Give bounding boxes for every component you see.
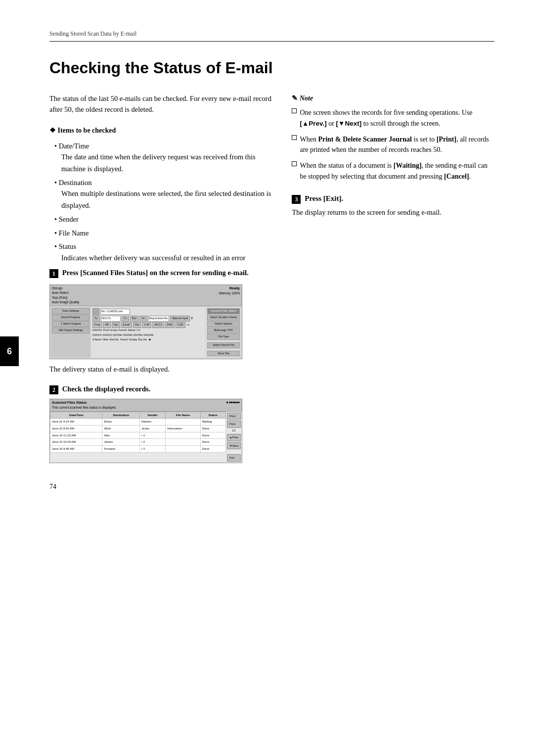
prev-button[interactable]: ▲Prev — [227, 434, 241, 441]
list-item: Destination When multiple destinations w… — [54, 178, 272, 211]
status-screen: Scanned Files Status This current scanne… — [49, 399, 242, 463]
table-row: June 22 8:52 AM Work Jones Information D… — [50, 425, 226, 432]
step3-desc: The display returns to the screen for se… — [292, 207, 494, 218]
note-block: Note One screen shows the records for fi… — [292, 94, 494, 182]
table-row: June 15 10:45 AM James • 2 Done — [50, 439, 226, 446]
step3-block: 3 Press [Exit]. The display returns to t… — [292, 193, 494, 218]
status-table: Date/Time Destination Sender File Name S… — [50, 412, 226, 453]
screen-body: Scan Settings Stored Program 1 Select Or… — [50, 306, 242, 359]
chapter-tab: 6 — [0, 336, 19, 366]
step3-header: 3 Press [Exit]. — [292, 193, 494, 204]
note-checkbox-1 — [292, 108, 297, 113]
left-column: The status of the last 50 e-mails can be… — [49, 94, 272, 472]
screen-left-panel: Scan Settings Stored Program 1 Select Or… — [51, 307, 90, 358]
two-column-layout: The status of the last 50 e-mails can be… — [49, 94, 494, 472]
scanned-files-status-btn[interactable]: Scanned Files Status — [207, 308, 240, 314]
items-list: Date/Time The date and time when the del… — [49, 141, 272, 264]
step1-desc: The delivery status of e-mail is display… — [49, 364, 272, 375]
page-number: 74 — [49, 482, 56, 492]
note-item-3: When the status of a document is [Waitin… — [292, 160, 494, 182]
step1-header: 1 Press [Scanned Files Status] on the sc… — [49, 268, 272, 279]
step2-number: 2 — [49, 385, 58, 394]
screen-main: No. 1119035.com To: NCC11 Cc Bcc To: Reg… — [91, 307, 205, 358]
screen-right-panel: Scanned Files Status Attach Sender's Nam… — [206, 307, 241, 358]
page: 6 Sending Stored Scan Data by E-mail Che… — [0, 0, 534, 512]
step2-title: Check the displayed records. — [62, 385, 151, 393]
right-column: Note One screen shows the records for fi… — [292, 94, 494, 472]
table-row: June 15 9:48 AM Forward • 2 Done — [50, 445, 226, 452]
list-item: Date/Time The date and time when the del… — [54, 141, 272, 175]
step2-block: 2 Check the displayed records. Scanned F… — [49, 384, 272, 463]
step1-block: 1 Press [Scanned Files Status] on the sc… — [49, 268, 272, 375]
intro-text: The status of the last 50 e-mails can be… — [49, 94, 272, 115]
breadcrumb: Sending Stored Scan Data by E-mail — [49, 30, 494, 42]
exit-button[interactable]: Exit — [227, 454, 241, 462]
note-checkbox-3 — [292, 161, 297, 166]
note-checkbox-2 — [292, 135, 297, 140]
screen-top-bar: DM-dpi Auto Select Test (Print) Auto Ima… — [50, 285, 242, 306]
print-button-1[interactable]: Print — [227, 413, 241, 420]
next-button[interactable]: ▼Next — [227, 442, 241, 450]
items-heading: Items to be checked — [49, 126, 272, 136]
note-item-1: One screen shows the records for five se… — [292, 107, 494, 129]
step3-title: Press [Exit]. — [305, 194, 343, 202]
note-item-2: When Print & Delete Scanner Journal is s… — [292, 134, 494, 155]
list-item: File Name — [54, 228, 272, 239]
step1-number: 1 — [49, 269, 58, 278]
print-button-2[interactable]: Print — [227, 421, 241, 428]
page-title: Checking the Status of E-mail — [49, 56, 494, 79]
step2-header: 2 Check the displayed records. — [49, 384, 272, 395]
step3-number: 3 — [292, 195, 301, 204]
list-item: Status Indicates whether delivery was su… — [54, 241, 272, 264]
note-title: Note — [292, 94, 494, 103]
screen-mockup-1: DM-dpi Auto Select Test (Print) Auto Ima… — [49, 284, 242, 359]
table-row: June 21 9:15 AM Ethan Nielsen Waiting — [50, 419, 226, 425]
table-row: June 15 11:22 AM Alec • 1 Done — [50, 432, 226, 439]
list-item: Sender — [54, 214, 272, 225]
step1-title: Press [Scanned Files Status] on the scre… — [62, 269, 249, 277]
